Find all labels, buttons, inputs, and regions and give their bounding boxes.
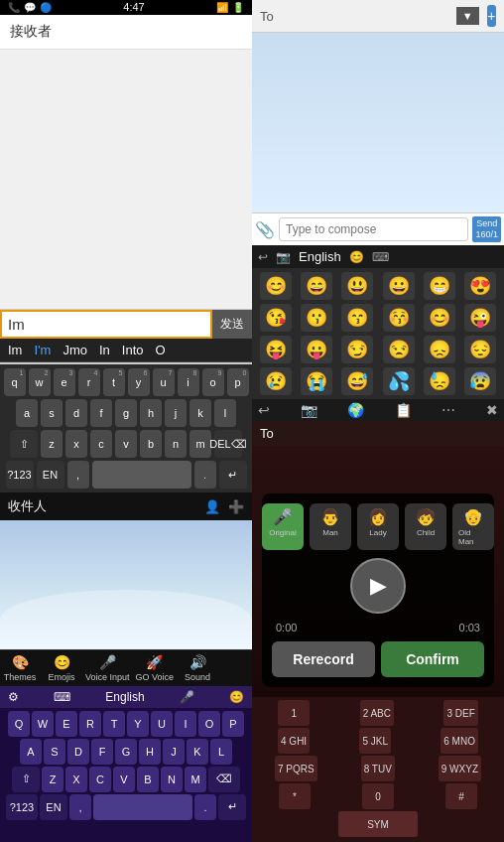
- send-button[interactable]: 发送: [212, 310, 252, 339]
- to-dropdown-button[interactable]: ▼: [456, 7, 479, 25]
- key-d[interactable]: d: [65, 399, 87, 427]
- key-x[interactable]: x: [65, 430, 87, 458]
- key-h[interactable]: h: [140, 399, 162, 427]
- emoji-💦[interactable]: 💦: [383, 367, 415, 395]
- key-period[interactable]: .: [194, 461, 216, 489]
- pkey-D[interactable]: D: [67, 739, 89, 765]
- pkey-G[interactable]: G: [115, 739, 137, 765]
- key-f[interactable]: f: [90, 399, 112, 427]
- purple-emoji-icon[interactable]: 😊: [229, 690, 244, 704]
- key-space[interactable]: [92, 461, 191, 489]
- voice-opt-lady[interactable]: 👩 Lady: [357, 503, 399, 550]
- to-add-button[interactable]: +: [487, 5, 496, 27]
- compose-input[interactable]: [279, 217, 468, 241]
- pkey-O[interactable]: O: [198, 711, 220, 737]
- pkey-del[interactable]: ⌫: [208, 767, 240, 792]
- suggestion-im[interactable]: Im: [8, 343, 22, 357]
- key-m[interactable]: m: [189, 430, 211, 458]
- pkey-Q[interactable]: Q: [8, 711, 30, 737]
- emoji-😓[interactable]: 😓: [424, 367, 455, 395]
- key-y[interactable]: 6y: [128, 368, 150, 396]
- pkey-W[interactable]: W: [32, 711, 54, 737]
- rkey-9[interactable]: 9 WXYZ: [439, 756, 481, 781]
- pkey-S[interactable]: S: [44, 739, 65, 765]
- pkey-M[interactable]: M: [185, 767, 206, 792]
- sms-text-input[interactable]: [0, 310, 212, 339]
- toolbar-emojis[interactable]: 😊 Emojis: [44, 654, 79, 682]
- key-b[interactable]: b: [140, 430, 162, 458]
- pkey-space[interactable]: [93, 794, 192, 820]
- key-j[interactable]: j: [165, 399, 187, 427]
- purple-mic-icon[interactable]: 🎤: [180, 690, 194, 704]
- toolbar-go-voice[interactable]: 🚀 GO Voice: [136, 654, 175, 682]
- key-comma[interactable]: ,: [67, 461, 89, 489]
- emoji-😊2[interactable]: 😊: [424, 304, 455, 332]
- rkey-2[interactable]: 2 ABC: [360, 700, 394, 726]
- pkey-C[interactable]: C: [89, 767, 111, 792]
- emoji-😙[interactable]: 😙: [341, 304, 373, 332]
- emoji-😍[interactable]: 😍: [464, 272, 496, 300]
- toolbar-sound[interactable]: 🔊 Sound: [180, 654, 215, 682]
- pkey-U[interactable]: U: [151, 711, 173, 737]
- key-p[interactable]: 0p: [227, 368, 249, 396]
- emoji-smiley-icon[interactable]: 😊: [349, 250, 364, 264]
- voice-opt-old-man[interactable]: 👴 Old Man: [452, 503, 494, 550]
- key-q[interactable]: 1q: [4, 368, 26, 396]
- suggestion-jmo[interactable]: Jmo: [63, 343, 87, 357]
- key-k[interactable]: k: [189, 399, 211, 427]
- emoji-😞[interactable]: 😞: [424, 336, 455, 363]
- pkey-shift[interactable]: ⇧: [12, 767, 40, 792]
- emoji-😢[interactable]: 😢: [260, 367, 292, 395]
- key-shift[interactable]: ⇧: [10, 430, 38, 458]
- pkey-num[interactable]: ?123: [6, 794, 38, 820]
- pkey-B[interactable]: B: [137, 767, 159, 792]
- emoji-😗[interactable]: 😗: [301, 304, 332, 332]
- rkey-7[interactable]: 7 PQRS: [275, 756, 317, 781]
- pkey-L[interactable]: L: [210, 739, 232, 765]
- pkey-Z[interactable]: Z: [42, 767, 63, 792]
- key-del[interactable]: DEL⌫: [214, 430, 242, 458]
- key-r[interactable]: 4r: [78, 368, 100, 396]
- suggestion-in[interactable]: In: [99, 343, 110, 357]
- rkey-3[interactable]: 3 DEF: [443, 700, 477, 726]
- rkey-0[interactable]: 0: [362, 783, 394, 809]
- emoji-nav-globe[interactable]: 🌍: [347, 402, 364, 418]
- pkey-X[interactable]: X: [65, 767, 87, 792]
- emoji-😜[interactable]: 😜: [464, 304, 496, 332]
- rkey-4[interactable]: 4 GHI: [278, 728, 310, 754]
- rkey-6[interactable]: 6 MNO: [441, 728, 478, 754]
- pkey-period[interactable]: .: [194, 794, 216, 820]
- key-v[interactable]: v: [115, 430, 137, 458]
- pkey-V[interactable]: V: [113, 767, 135, 792]
- pkey-lang[interactable]: EN: [40, 794, 67, 820]
- pkey-comma[interactable]: ,: [69, 794, 91, 820]
- key-e[interactable]: 3e: [54, 368, 75, 396]
- key-c[interactable]: c: [90, 430, 112, 458]
- suggestion-into[interactable]: Into: [122, 343, 144, 357]
- key-i[interactable]: 8i: [178, 368, 199, 396]
- key-u[interactable]: 7u: [153, 368, 175, 396]
- pkey-H[interactable]: H: [139, 739, 161, 765]
- key-o[interactable]: 9o: [202, 368, 224, 396]
- pkey-I[interactable]: I: [175, 711, 196, 737]
- pkey-J[interactable]: J: [163, 739, 185, 765]
- rkey-sym[interactable]: SYM: [338, 811, 418, 837]
- keyboard-settings-icon[interactable]: ⚙: [8, 690, 19, 704]
- rkey-8[interactable]: 8 TUV: [361, 756, 395, 781]
- emoji-😅[interactable]: 😅: [341, 367, 373, 395]
- emoji-😔[interactable]: 😔: [464, 336, 496, 363]
- key-n[interactable]: n: [165, 430, 187, 458]
- pkey-K[interactable]: K: [187, 739, 208, 765]
- rkey-hash[interactable]: #: [445, 783, 477, 809]
- key-z[interactable]: z: [41, 430, 63, 458]
- pkey-T[interactable]: T: [103, 711, 125, 737]
- rkey-1[interactable]: 1: [278, 700, 310, 726]
- pkey-F[interactable]: F: [91, 739, 113, 765]
- pkey-R[interactable]: R: [79, 711, 101, 737]
- rkey-star[interactable]: *: [279, 783, 311, 809]
- pkey-enter[interactable]: ↵: [218, 794, 246, 820]
- emoji-back-icon[interactable]: ↩: [258, 250, 268, 264]
- toolbar-voice-input[interactable]: 🎤 Voice Input: [85, 654, 130, 682]
- emoji-nav-camera[interactable]: 📷: [301, 402, 317, 418]
- suggestion-im-apos[interactable]: I'm: [34, 343, 51, 357]
